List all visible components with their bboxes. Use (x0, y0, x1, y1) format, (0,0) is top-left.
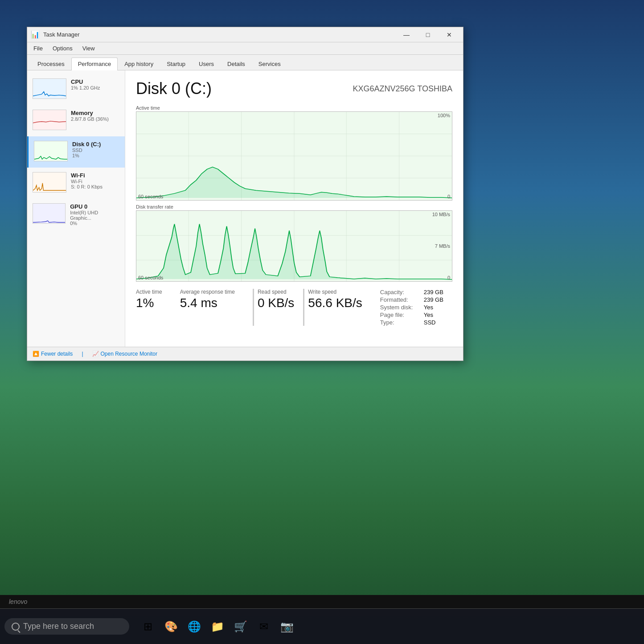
tab-startup[interactable]: Startup (160, 57, 192, 70)
main-panel: Disk 0 (C:) KXG6AZNV256G TOSHIBA Active … (125, 70, 463, 347)
store-icon[interactable]: 🛒 (231, 617, 250, 636)
camera-icon[interactable]: 📷 (277, 617, 297, 636)
menu-bar: File Options View (27, 42, 463, 55)
transfer-rate-section: Disk transfer rate 10 MB/s 7 MB/s (136, 204, 452, 282)
tab-processes[interactable]: Processes (31, 57, 71, 70)
read-speed-label: Read speed (258, 289, 294, 295)
disk-text: Disk 0 (C:) SSD 1% (72, 141, 101, 158)
mail-icon[interactable]: ✉ (254, 617, 274, 636)
bottom-bar-divider: | (82, 351, 83, 357)
wifi-info: Wi-Fi Wi-Fi S: 0 R: 0 Kbps (33, 172, 119, 194)
active-time-seconds: 60 seconds (138, 194, 163, 199)
gpu-info: GPU 0 Intel(R) UHD Graphic... 0% (33, 203, 119, 226)
taskbar: Type here to search ⊞ 🎨 🌐 📁 🛒 ✉ 📷 (0, 608, 644, 644)
page-file-label: Page file: (380, 312, 420, 318)
transfer-rate-chart: 10 MB/s 7 MB/s (136, 210, 452, 282)
app-icon: 📊 (31, 30, 40, 39)
tab-details[interactable]: Details (221, 57, 252, 70)
taskbar-search[interactable]: Type here to search (4, 618, 129, 635)
system-disk-label: System disk: (380, 304, 420, 311)
transfer-seconds: 60 seconds (138, 275, 163, 280)
tab-services[interactable]: Services (252, 57, 287, 70)
lenovo-bar: lenovo (0, 595, 644, 608)
active-time-stat: Active time 1% (136, 289, 162, 326)
active-time-zero: 0 (447, 194, 450, 199)
svg-rect-4 (33, 204, 65, 223)
lenovo-logo: lenovo (9, 598, 27, 605)
gpu-detail2: 0% (70, 221, 119, 226)
write-speed-label: Write speed (308, 289, 362, 295)
disk-title: Disk 0 (C:) (136, 79, 212, 98)
tab-app-history[interactable]: App history (118, 57, 160, 70)
capacity-value: 239 GB (424, 289, 443, 295)
open-resource-monitor-button[interactable]: 📈 Open Resource Monitor (92, 351, 157, 357)
title-bar: 📊 Task Manager — □ ✕ (27, 27, 463, 42)
sidebar: CPU 1% 1.20 GHz Memory (27, 70, 125, 347)
active-time-chart: 100% 60 seco (136, 111, 452, 201)
fewer-details-icon: 🔼 (33, 351, 39, 357)
memory-info: Memory 2.8/7.8 GB (36%) (33, 110, 119, 132)
wifi-mini-chart (33, 172, 66, 193)
svg-rect-1 (33, 110, 66, 130)
disk-info: Disk 0 (C:) SSD 1% (34, 141, 119, 163)
sidebar-item-wifi[interactable]: Wi-Fi Wi-Fi S: 0 R: 0 Kbps (27, 168, 125, 199)
active-time-stat-label: Active time (136, 289, 162, 295)
close-button[interactable]: ✕ (439, 28, 459, 41)
menu-file[interactable]: File (29, 43, 47, 53)
explorer-icon[interactable]: 📁 (208, 617, 227, 636)
memory-mini-chart (33, 110, 66, 130)
wifi-detail1: Wi-Fi (71, 179, 103, 184)
gpu-text: GPU 0 Intel(R) UHD Graphic... 0% (70, 203, 119, 226)
read-speed-block: Read speed 0 KB/s (253, 289, 294, 326)
write-speed-block: Write speed 56.6 KB/s (303, 289, 362, 326)
widgets-icon[interactable]: 🎨 (161, 617, 181, 636)
avg-response-stat: Average response time 5.4 ms (180, 289, 235, 326)
gpu-name: GPU 0 (70, 203, 119, 210)
menu-options[interactable]: Options (48, 43, 77, 53)
cpu-name: CPU (71, 78, 100, 85)
sidebar-item-cpu[interactable]: CPU 1% 1.20 GHz (27, 74, 125, 105)
page-file-value: Yes (424, 312, 433, 318)
bottom-bar: 🔼 Fewer details | 📈 Open Resource Monito… (27, 347, 463, 361)
cpu-info: CPU 1% 1.20 GHz (33, 78, 119, 101)
percent-max-label: 100% (438, 113, 450, 118)
menu-view[interactable]: View (78, 43, 99, 53)
type-value: SSD (424, 319, 436, 326)
edge-icon[interactable]: 🌐 (185, 617, 204, 636)
avg-response-label: Average response time (180, 289, 235, 295)
resource-monitor-label: Open Resource Monitor (101, 351, 157, 357)
maximize-button[interactable]: □ (418, 28, 438, 41)
start-button[interactable]: ⊞ (138, 617, 158, 636)
content-area: CPU 1% 1.20 GHz Memory (27, 70, 463, 347)
wifi-text: Wi-Fi Wi-Fi S: 0 R: 0 Kbps (71, 172, 103, 189)
sidebar-item-gpu[interactable]: GPU 0 Intel(R) UHD Graphic... 0% (27, 199, 125, 230)
system-disk-row: System disk: Yes (380, 304, 443, 311)
tab-performance[interactable]: Performance (71, 57, 118, 70)
disk-detail2: 1% (72, 153, 101, 158)
capacity-label: Capacity: (380, 289, 420, 295)
read-speed-value: 0 KB/s (258, 296, 294, 310)
active-time-stat-value: 1% (136, 296, 162, 310)
disk-model: KXG6AZNV256G TOSHIBA (353, 84, 452, 94)
formatted-value: 239 GB (424, 296, 443, 303)
active-time-section: Active time 100% (136, 105, 452, 201)
speed-group: Read speed 0 KB/s Write speed 56.6 KB/s (253, 289, 362, 326)
disk-name: Disk 0 (C:) (72, 141, 101, 148)
resource-monitor-icon: 📈 (92, 351, 99, 357)
tab-users[interactable]: Users (192, 57, 221, 70)
search-placeholder: Type here to search (23, 622, 94, 631)
gpu-mini-chart (33, 203, 66, 224)
fewer-details-label: Fewer details (41, 351, 73, 357)
disk-header: Disk 0 (C:) KXG6AZNV256G TOSHIBA (136, 79, 452, 98)
disk-mini-chart (34, 141, 68, 161)
transfer-zero: 0 (447, 275, 450, 280)
window-controls: — □ ✕ (396, 28, 459, 41)
minimize-button[interactable]: — (396, 28, 417, 41)
sidebar-item-memory[interactable]: Memory 2.8/7.8 GB (36%) (27, 105, 125, 136)
transfer-rate-label: Disk transfer rate (136, 204, 452, 209)
write-speed-value: 56.6 KB/s (308, 296, 362, 310)
sidebar-item-disk[interactable]: Disk 0 (C:) SSD 1% (27, 136, 125, 168)
task-manager-window: 📊 Task Manager — □ ✕ File Options View P… (27, 27, 464, 361)
active-time-label: Active time (136, 105, 452, 111)
fewer-details-button[interactable]: 🔼 Fewer details (33, 351, 73, 357)
